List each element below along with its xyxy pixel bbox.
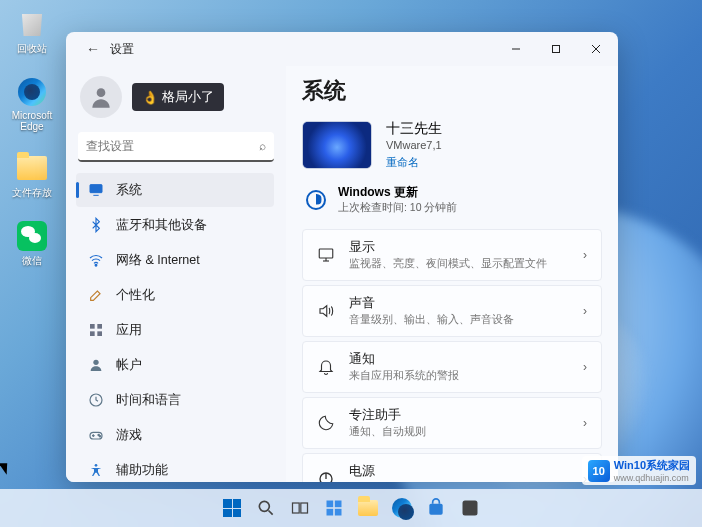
desktop-icon-folder[interactable]: 文件存放 <box>8 152 56 200</box>
close-button[interactable] <box>576 34 616 64</box>
taskbar <box>0 489 702 527</box>
card-sub: 通知、自动规则 <box>349 425 569 439</box>
svg-rect-6 <box>90 185 102 193</box>
nav-label: 系统 <box>116 182 142 199</box>
titlebar: ← 设置 <box>66 32 618 66</box>
bluetooth-icon <box>88 217 104 233</box>
taskbar-search[interactable] <box>251 493 281 523</box>
svg-point-13 <box>93 360 98 365</box>
nav-label: 蓝牙和其他设备 <box>116 217 207 234</box>
desktop-icon-edge[interactable]: Microsoft Edge <box>8 76 56 132</box>
chevron-right-icon: › <box>583 416 587 430</box>
svg-rect-9 <box>90 324 95 329</box>
task-view[interactable] <box>285 493 315 523</box>
search-input[interactable]: ⌕ <box>78 132 274 162</box>
desktop-icon-label: 文件存放 <box>12 186 52 200</box>
svg-line-25 <box>269 511 273 515</box>
sidebar: 👌格局小了 ⌕ 系统蓝牙和其他设备网络 & Internet个性化应用帐户时间和… <box>66 66 286 482</box>
nav-item-system[interactable]: 系统 <box>76 173 274 207</box>
update-sub: 上次检查时间: 10 分钟前 <box>338 201 457 215</box>
nav-item-bluetooth[interactable]: 蓝牙和其他设备 <box>76 208 274 242</box>
page-heading: 系统 <box>302 76 602 106</box>
maximize-button[interactable] <box>536 34 576 64</box>
chevron-right-icon: › <box>583 304 587 318</box>
svg-point-18 <box>95 464 98 467</box>
profile-block[interactable]: 👌格局小了 <box>72 70 280 128</box>
system-icon <box>88 182 104 198</box>
card-sub: 音量级别、输出、输入、声音设备 <box>349 313 569 327</box>
card-title: 显示 <box>349 239 569 256</box>
nav-label: 时间和语言 <box>116 392 181 409</box>
watermark-title: Win10系统家园 <box>614 458 690 473</box>
taskbar-edge[interactable] <box>387 493 417 523</box>
chevron-right-icon: › <box>583 248 587 262</box>
card-sub: 睡眠、电池使用情况、节电模式 <box>349 481 569 482</box>
card-sub: 来自应用和系统的警报 <box>349 369 569 383</box>
desktop-icon-label: 回收站 <box>17 42 47 56</box>
back-button[interactable]: ← <box>78 41 108 57</box>
network-icon <box>88 252 104 268</box>
search-field[interactable] <box>86 139 259 153</box>
settings-card-sound[interactable]: 声音音量级别、输出、输入、声音设备› <box>302 285 602 337</box>
svg-rect-19 <box>319 249 333 258</box>
minimize-button[interactable] <box>496 34 536 64</box>
accounts-icon <box>88 357 104 373</box>
update-status[interactable]: Windows 更新 上次检查时间: 10 分钟前 <box>306 184 602 215</box>
settings-card-power[interactable]: 电源睡眠、电池使用情况、节电模式› <box>302 453 602 482</box>
search-icon: ⌕ <box>259 139 266 153</box>
nav-item-gaming[interactable]: 游戏 <box>76 418 274 452</box>
svg-rect-28 <box>327 501 334 508</box>
nav-label: 个性化 <box>116 287 155 304</box>
accessibility-icon <box>88 462 104 478</box>
nav-list: 系统蓝牙和其他设备网络 & Internet个性化应用帐户时间和语言游戏辅助功能… <box>72 172 280 482</box>
desktop-icon-label: Microsoft Edge <box>8 110 56 132</box>
nav-item-network[interactable]: 网络 & Internet <box>76 243 274 277</box>
card-title: 通知 <box>349 351 569 368</box>
widgets[interactable] <box>319 493 349 523</box>
nav-item-accessibility[interactable]: 辅助功能 <box>76 453 274 482</box>
svg-rect-1 <box>553 46 560 53</box>
svg-rect-32 <box>429 504 442 515</box>
avatar <box>80 76 122 118</box>
personalize-icon <box>88 287 104 303</box>
start-button[interactable] <box>217 493 247 523</box>
svg-rect-10 <box>97 324 102 329</box>
taskbar-store[interactable] <box>421 493 451 523</box>
nav-item-apps[interactable]: 应用 <box>76 313 274 347</box>
apps-icon <box>88 322 104 338</box>
svg-rect-26 <box>293 503 300 513</box>
card-sub: 监视器、亮度、夜间模式、显示配置文件 <box>349 257 569 271</box>
taskbar-app[interactable] <box>455 493 485 523</box>
content-area: 系统 十三先生 VMware7,1 重命名 Windows 更新 上次检查时间:… <box>286 66 618 482</box>
svg-rect-12 <box>97 331 102 336</box>
desktop-icon-wechat[interactable]: 微信 <box>8 220 56 268</box>
nav-label: 网络 & Internet <box>116 252 200 269</box>
settings-card-focus[interactable]: 专注助手通知、自动规则› <box>302 397 602 449</box>
rename-link[interactable]: 重命名 <box>386 155 442 170</box>
svg-rect-29 <box>335 501 342 508</box>
time-icon <box>88 392 104 408</box>
svg-rect-11 <box>90 331 95 336</box>
update-icon <box>306 190 326 210</box>
update-title: Windows 更新 <box>338 184 457 201</box>
focus-icon <box>317 414 335 432</box>
settings-card-notify[interactable]: 通知来自应用和系统的警报› <box>302 341 602 393</box>
recycle-icon <box>16 8 48 40</box>
svg-point-17 <box>99 436 100 437</box>
folder-icon <box>17 156 47 180</box>
device-model: VMware7,1 <box>386 139 442 151</box>
svg-rect-27 <box>301 503 308 513</box>
nav-item-time[interactable]: 时间和语言 <box>76 383 274 417</box>
nav-label: 帐户 <box>116 357 142 374</box>
desktop-icon-recycle[interactable]: 回收站 <box>8 8 56 56</box>
nav-item-personalize[interactable]: 个性化 <box>76 278 274 312</box>
device-name: 十三先生 <box>386 120 442 138</box>
svg-rect-30 <box>327 509 334 516</box>
desktop-icons: 回收站 Microsoft Edge 文件存放 微信 <box>8 8 56 268</box>
svg-point-4 <box>97 88 106 97</box>
taskbar-explorer[interactable] <box>353 493 383 523</box>
nav-item-accounts[interactable]: 帐户 <box>76 348 274 382</box>
settings-card-display[interactable]: 显示监视器、亮度、夜间模式、显示配置文件› <box>302 229 602 281</box>
svg-point-8 <box>95 264 97 266</box>
profile-name-badge: 👌格局小了 <box>132 83 224 111</box>
